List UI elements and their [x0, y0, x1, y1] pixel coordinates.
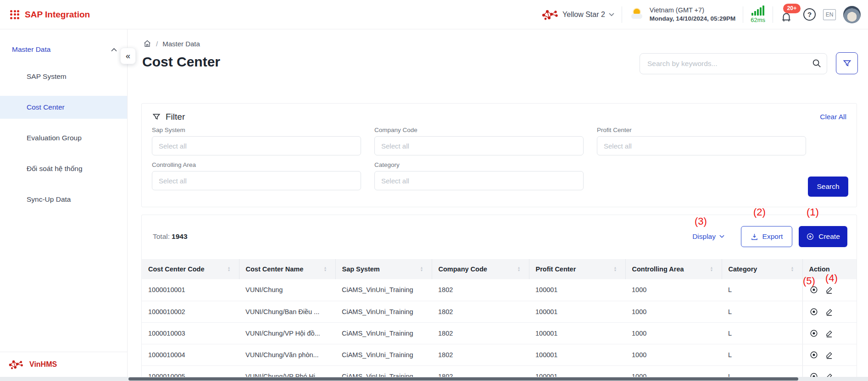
sidebar-collapse-button[interactable]: « — [120, 48, 136, 64]
latency-value: 62ms — [751, 17, 765, 23]
pencil-icon — [825, 307, 834, 316]
search-icon[interactable] — [812, 58, 822, 68]
col-header-cost-center-code[interactable]: Cost Center Code▲▼ — [142, 259, 239, 279]
org-name: Yellow Star 2 — [562, 11, 605, 19]
filter-field-category: Category — [374, 161, 584, 190]
pencil-icon — [825, 329, 834, 338]
latency-widget: 62ms — [751, 6, 765, 23]
sort-icon[interactable]: ▲▼ — [324, 266, 327, 272]
col-header-company-code[interactable]: Company Code▲▼ — [432, 259, 529, 279]
table-row: 1000010002VUNI/Chung/Ban Điều ...CiAMS_V… — [142, 301, 857, 322]
field-label: Sap System — [152, 127, 361, 133]
edit-button[interactable] — [825, 329, 834, 338]
sidebar-item-sap-system[interactable]: SAP System — [0, 65, 127, 88]
vinhms-logo-icon — [8, 359, 24, 370]
vinhms-brand-text: VinHMS — [29, 360, 57, 369]
funnel-icon — [152, 112, 161, 121]
view-button[interactable] — [809, 350, 818, 359]
notifications-button[interactable]: 20+ — [780, 6, 796, 23]
header-divider — [622, 6, 622, 23]
field-label: Category — [374, 161, 584, 168]
table-cell: CiAMS_VinUni_Training — [335, 322, 432, 344]
controlling-area-select[interactable] — [152, 171, 361, 190]
display-dropdown[interactable]: Display — [692, 232, 724, 241]
table-header-row: Cost Center Code▲▼ Cost Center Name▲▼ Sa… — [142, 259, 857, 279]
pencil-icon — [825, 350, 834, 359]
pencil-icon — [825, 285, 834, 294]
sidebar-item-evaluation-group[interactable]: Evaluation Group — [0, 127, 127, 149]
chevron-down-icon — [719, 235, 724, 238]
horizontal-scrollbar-thumb[interactable] — [128, 377, 798, 381]
category-select[interactable] — [374, 171, 584, 190]
clear-all-link[interactable]: Clear All — [820, 113, 846, 121]
sidebar-item-doi-soat-he-thong[interactable]: Đối soát hệ thống — [0, 157, 127, 180]
breadcrumb: / Master Data — [128, 29, 868, 48]
view-button[interactable] — [809, 329, 818, 338]
sort-icon[interactable]: ▲▼ — [791, 266, 794, 272]
table-panel: Total:1943 Display Export Create — [141, 215, 857, 381]
table-cell: 1000 — [625, 322, 722, 344]
help-button[interactable]: ? — [803, 8, 816, 21]
horizontal-scrollbar-track[interactable] — [0, 377, 868, 381]
col-header-sap-system[interactable]: Sap System▲▼ — [335, 259, 432, 279]
language-selector[interactable]: EN — [823, 9, 836, 20]
table-cell: 1000010002 — [142, 301, 239, 322]
sort-icon[interactable]: ▲▼ — [614, 266, 617, 272]
create-button[interactable]: Create — [799, 226, 847, 247]
table-cell: 1802 — [432, 301, 529, 322]
app-brand[interactable]: SAP Integration — [0, 10, 90, 20]
search-button[interactable]: Search — [808, 177, 848, 197]
breadcrumb-item[interactable]: Master Data — [162, 40, 200, 48]
home-icon[interactable] — [143, 39, 151, 48]
col-header-profit-center[interactable]: Profit Center▲▼ — [529, 259, 625, 279]
edit-button[interactable] — [825, 307, 834, 316]
filter-toggle-button[interactable] — [836, 52, 858, 74]
signal-bars-icon — [751, 6, 764, 16]
sap-system-select[interactable] — [152, 136, 361, 155]
org-selector[interactable]: Yellow Star 2 — [541, 9, 614, 21]
app-title: SAP Integration — [25, 10, 90, 20]
sort-icon[interactable]: ▲▼ — [517, 266, 521, 272]
eye-icon — [809, 329, 818, 338]
table-cell: 1802 — [432, 279, 529, 301]
table-cell: CiAMS_VinUni_Training — [335, 344, 432, 365]
annotation-5: (5) — [803, 275, 815, 287]
sidebar-item-cost-center[interactable]: Cost Center — [0, 96, 127, 119]
table-cell: CiAMS_VinUni_Training — [335, 301, 432, 322]
download-icon — [751, 233, 758, 241]
table-row: 1000010001VUNI/ChungCiAMS_VinUni_Trainin… — [142, 279, 857, 301]
filter-field-controlling-area: Controlling Area — [152, 161, 361, 190]
field-label: Profit Center — [597, 127, 806, 133]
sort-icon[interactable]: ▲▼ — [228, 266, 231, 272]
network-logo-icon — [541, 9, 559, 21]
col-header-category[interactable]: Category▲▼ — [722, 259, 802, 279]
export-button[interactable]: Export — [741, 226, 792, 247]
sort-icon[interactable]: ▲▼ — [420, 266, 423, 272]
search-input[interactable] — [640, 53, 827, 74]
display-label: Display — [692, 232, 716, 241]
app-launcher-icon[interactable] — [10, 10, 19, 19]
table-cell: 1000 — [625, 344, 722, 365]
table-cell: 1000010004 — [142, 344, 239, 365]
sidebar-item-sync-up-data[interactable]: Sync-Up Data — [0, 188, 127, 211]
sort-icon[interactable]: ▲▼ — [710, 266, 713, 272]
annotation-3: (3) — [695, 215, 707, 227]
export-label: Export — [762, 232, 783, 241]
table-cell: VUNI/Chung/VP Hội đồ... — [239, 322, 335, 344]
company-code-select[interactable] — [374, 136, 584, 155]
table-cell: 100001 — [529, 279, 625, 301]
table-cell: L — [722, 344, 802, 365]
edit-button[interactable] — [825, 350, 834, 359]
col-header-cost-center-name[interactable]: Cost Center Name▲▼ — [239, 259, 335, 279]
create-label: Create — [818, 232, 840, 241]
filter-field-company-code: Company Code — [374, 127, 584, 155]
sidebar-group-master-data[interactable]: Master Data — [0, 39, 127, 60]
view-button[interactable] — [809, 307, 818, 316]
table-cell: L — [722, 322, 802, 344]
profit-center-select[interactable] — [597, 136, 806, 155]
main-content: / Master Data Cost Center Fi — [128, 29, 868, 381]
col-header-controlling-area[interactable]: Controlling Area▲▼ — [625, 259, 722, 279]
filter-panel: Filter Clear All Sap System Company Code… — [141, 103, 857, 207]
avatar[interactable] — [843, 6, 861, 23]
edit-button[interactable] — [825, 285, 834, 294]
